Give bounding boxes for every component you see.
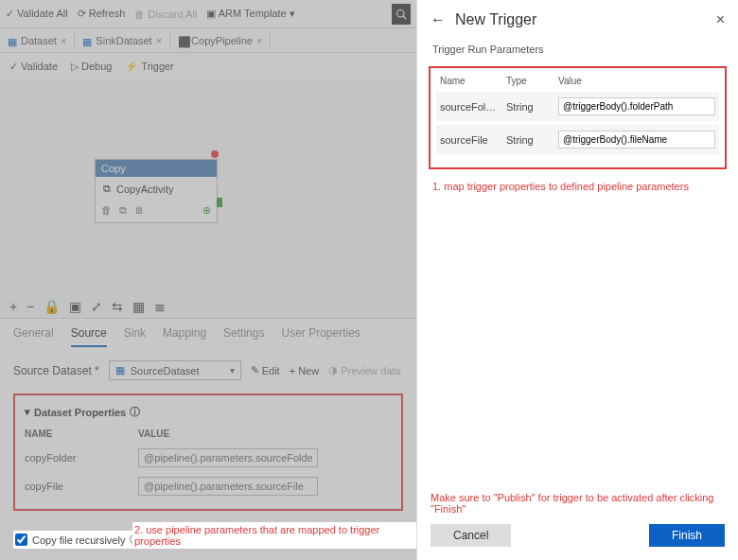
info-icon[interactable]: 🗎 <box>134 204 145 217</box>
col-value: VALUE <box>138 429 169 439</box>
refresh-button[interactable]: ⟳ Refresh <box>78 8 126 20</box>
trigger-param-row: sourceFile String <box>436 125 719 154</box>
panel-subtitle: Trigger Run Parameters <box>417 44 738 55</box>
delete-icon[interactable]: 🗑 <box>101 204 112 217</box>
zoom-in-icon[interactable]: + <box>9 299 17 314</box>
debug-button[interactable]: ▷ Debug <box>71 61 112 73</box>
tab-copypipeline[interactable]: ⬛CopyPipeline × <box>170 31 271 50</box>
editor-tabs: ▦Dataset × ▦SinkDataset × ⬛CopyPipeline … <box>0 28 416 53</box>
new-trigger-panel: ← New Trigger × Trigger Run Parameters N… <box>416 0 738 560</box>
col-name: NAME <box>25 429 110 439</box>
panel-footer: Make sure to "Publish" for trigger to be… <box>417 482 738 560</box>
dataset-properties-title[interactable]: ▾ Dataset Properties ⓘ <box>25 405 392 419</box>
prop-name: copyFolder <box>25 452 110 464</box>
activity-tabs: General Source Sink Mapping Settings Use… <box>0 318 416 347</box>
dataset-prop-row: copyFile <box>25 477 392 496</box>
activity-name: CopyActivity <box>116 184 174 195</box>
copy-recursive-input[interactable] <box>15 534 27 546</box>
new-button[interactable]: + New <box>290 365 319 376</box>
pipeline-actions: ✓ Validate ▷ Debug ⚡ Trigger <box>0 53 416 81</box>
validate-all-button[interactable]: ✓ Validate All <box>6 8 68 20</box>
grid-icon[interactable]: ▦ <box>132 299 145 314</box>
tab-user-properties[interactable]: User Properties <box>281 326 360 347</box>
dataset-icon: ▦ <box>115 364 125 376</box>
arm-template-dropdown[interactable]: ▣ ARM Template ▾ <box>206 8 294 20</box>
activity-body: ⧉ CopyActivity <box>96 177 217 201</box>
trigger-param-row: sourceFol… String <box>436 92 719 121</box>
copy-icon: ⧉ <box>103 183 111 195</box>
panel-header: ← New Trigger × <box>417 0 738 40</box>
tab-sinkdataset[interactable]: ▦SinkDataset × <box>75 31 170 50</box>
finish-button[interactable]: Finish <box>649 524 725 547</box>
dataset-prop-row: copyFolder <box>25 448 392 467</box>
pipeline-canvas[interactable]: Copy ⧉ CopyActivity 🗑 ⧉ 🗎 ⊕ + − 🔒 ▣ ⤢ ⇆ … <box>0 81 416 318</box>
tab-dataset[interactable]: ▦Dataset × <box>0 31 75 50</box>
publish-warning: Make sure to "Publish" for trigger to be… <box>430 492 725 515</box>
close-icon[interactable]: × <box>61 35 66 46</box>
hdr-value: Value <box>558 76 582 86</box>
param-name: sourceFile <box>440 134 506 146</box>
source-dataset-label: Source Dataset * <box>13 364 99 377</box>
zoom-out-icon[interactable]: − <box>26 299 34 314</box>
source-dataset-row: Source Dataset * ▦ SourceDataset ✎ Edit … <box>0 347 416 394</box>
top-toolbar: ✓ Validate All ⟳ Refresh 🗑 Discard All ▣… <box>0 0 416 28</box>
expand-all-icon[interactable]: ⤢ <box>91 299 102 314</box>
info-icon[interactable]: ⓘ <box>130 405 140 419</box>
panel-title: New Trigger <box>455 11 536 28</box>
back-button[interactable]: ← <box>430 11 446 28</box>
param-type: String <box>506 101 558 113</box>
cancel-button[interactable]: Cancel <box>430 524 511 547</box>
svg-point-0 <box>397 9 405 17</box>
svg-line-1 <box>403 16 406 19</box>
layers-icon[interactable]: ≣ <box>154 299 166 314</box>
preview-data-button[interactable]: ◑ Preview data <box>328 364 401 376</box>
search-icon <box>395 9 407 20</box>
lock-icon[interactable]: 🔒 <box>44 299 60 314</box>
edit-button[interactable]: ✎ Edit <box>251 364 280 376</box>
activity-footer: 🗑 ⧉ 🗎 ⊕ <box>96 201 217 222</box>
param-name: sourceFol… <box>440 101 506 113</box>
prop-value-input[interactable] <box>138 448 318 467</box>
annotation-2: 2. use pipeline parameters that are mapp… <box>132 522 416 549</box>
param-type: String <box>506 134 558 146</box>
source-dataset-value: SourceDataset <box>131 365 200 376</box>
canvas-toolbar: + − 🔒 ▣ ⤢ ⇆ ▦ ≣ <box>9 299 166 314</box>
autolayout-icon[interactable]: ⇆ <box>112 299 123 314</box>
prop-value-input[interactable] <box>138 477 318 496</box>
param-value-input[interactable] <box>558 97 715 115</box>
connector-handle[interactable] <box>217 198 222 207</box>
close-icon[interactable]: × <box>256 35 262 46</box>
dataset-properties-box: ▾ Dataset Properties ⓘ NAME VALUE copyFo… <box>13 394 403 511</box>
hdr-type: Type <box>506 76 558 86</box>
validate-button[interactable]: ✓ Validate <box>9 61 58 73</box>
error-indicator-icon <box>211 150 219 158</box>
hdr-name: Name <box>440 76 506 86</box>
close-icon[interactable]: × <box>156 35 162 46</box>
tab-sink[interactable]: Sink <box>124 326 146 347</box>
main-area: ✓ Validate All ⟳ Refresh 🗑 Discard All ▣… <box>0 0 416 560</box>
annotation-1: 1. map trigger properties to defined pip… <box>417 173 738 192</box>
trigger-button[interactable]: ⚡ Trigger <box>125 61 173 73</box>
fit-icon[interactable]: ▣ <box>69 299 81 314</box>
search-button[interactable] <box>392 4 411 25</box>
prop-name: copyFile <box>25 481 110 492</box>
expand-icon[interactable]: ⊕ <box>202 204 211 217</box>
clone-icon[interactable]: ⧉ <box>119 204 127 217</box>
source-dataset-dropdown[interactable]: ▦ SourceDataset <box>109 360 241 380</box>
param-value-input[interactable] <box>558 131 715 149</box>
activity-header: Copy <box>96 160 217 177</box>
trigger-params-header: Name Type Value <box>436 74 719 92</box>
copy-recursive-label: Copy file recursively <box>32 534 125 546</box>
tab-source[interactable]: Source <box>71 326 107 347</box>
close-button[interactable]: × <box>716 11 725 28</box>
tab-settings[interactable]: Settings <box>223 326 264 347</box>
trigger-params-box: Name Type Value sourceFol… String source… <box>429 66 727 169</box>
copy-recursive-checkbox[interactable]: Copy file recursively ⓘ <box>13 531 142 549</box>
tab-mapping[interactable]: Mapping <box>163 326 206 347</box>
copy-activity[interactable]: Copy ⧉ CopyActivity 🗑 ⧉ 🗎 ⊕ <box>95 159 218 223</box>
tab-general[interactable]: General <box>13 326 54 347</box>
discard-all-button[interactable]: 🗑 Discard All <box>134 9 197 20</box>
